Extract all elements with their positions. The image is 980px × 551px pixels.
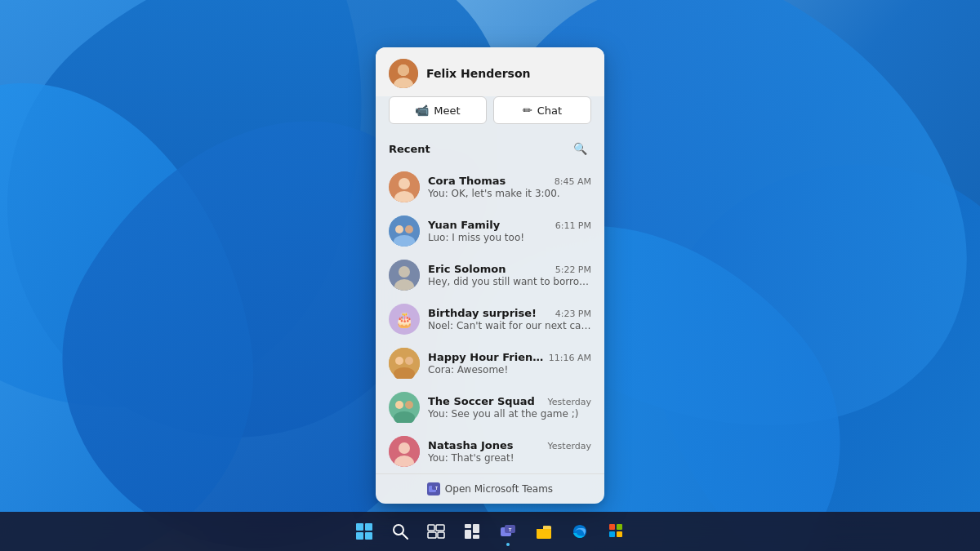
teams-chat-icon: T [499, 522, 517, 540]
svg-point-20 [405, 401, 413, 409]
taskbar-store-button[interactable] [599, 515, 632, 548]
avatar-happy [389, 348, 420, 379]
windows-logo-icon [355, 522, 373, 540]
chat-name-natasha: Natasha Jones [428, 439, 514, 451]
avatar-soccer [389, 392, 420, 423]
chat-preview-happy: Cora: Awesome! [428, 364, 591, 375]
svg-point-12 [399, 266, 410, 278]
svg-rect-36 [428, 532, 436, 538]
chat-content-cora: Cora Thomas 8:45 AM You: OK, let's make … [428, 175, 591, 199]
chat-time-happy: 11:16 AM [549, 353, 591, 363]
chat-content-natasha: Natasha Jones Yesterday You: That's grea… [428, 439, 591, 464]
user-avatar [389, 59, 418, 88]
search-icon: 🔍 [573, 142, 587, 155]
chat-time-natasha: Yesterday [548, 441, 591, 451]
chat-preview-yuan: Luo: I miss you too! [428, 232, 591, 243]
taskbar-search-button[interactable] [384, 515, 416, 548]
svg-rect-39 [465, 530, 471, 539]
svg-text:T: T [435, 486, 438, 491]
svg-point-15 [395, 357, 403, 365]
recent-header: Recent 🔍 [376, 134, 604, 165]
taskbar-widgets-button[interactable] [456, 515, 488, 548]
chat-item-eric[interactable]: Eric Solomon 5:22 PM Hey, did you still … [376, 253, 604, 297]
chat-label: Chat [537, 104, 562, 117]
chat-content-soccer: The Soccer Squad Yesterday You: See you … [428, 395, 591, 420]
teams-chat-panel: Felix Henderson 📹 Meet ✏️ Chat Recent 🔍 [376, 47, 604, 504]
chat-content-birthday: Birthday surprise! 4:23 PM Noel: Can't w… [428, 307, 591, 331]
svg-text:T: T [509, 527, 512, 532]
action-buttons: 📹 Meet ✏️ Chat [376, 96, 604, 134]
recent-label: Recent [389, 143, 430, 155]
chat-name-birthday: Birthday surprise! [428, 307, 537, 319]
avatar-eric [389, 260, 420, 291]
svg-rect-28 [356, 523, 363, 531]
open-teams-label: Open Microsoft Teams [445, 483, 553, 495]
avatar-cora [389, 171, 420, 202]
svg-point-8 [395, 225, 403, 233]
svg-point-16 [405, 357, 413, 365]
chat-name-cora: Cora Thomas [428, 175, 506, 187]
chat-time-cora: 8:45 AM [555, 176, 591, 187]
chat-item-soccer[interactable]: The Soccer Squad Yesterday You: See you … [376, 385, 604, 429]
chat-item-yuan[interactable]: Yuan Family 6:11 PM Luo: I miss you too! [376, 209, 604, 253]
chat-name-eric: Eric Solomon [428, 263, 506, 275]
search-recent-button[interactable]: 🔍 [568, 137, 591, 160]
active-indicator [506, 543, 510, 546]
search-icon [391, 522, 409, 540]
chat-icon: ✏️ [523, 104, 532, 117]
chat-time-birthday: 4:23 PM [555, 309, 591, 319]
svg-rect-46 [617, 524, 622, 530]
avatar-yuan [389, 216, 420, 247]
chat-content-eric: Eric Solomon 5:22 PM Hey, did you still … [428, 263, 591, 287]
meet-button[interactable]: 📹 Meet [389, 96, 487, 124]
svg-rect-41 [473, 535, 479, 539]
chat-name-soccer: The Soccer Squad [428, 395, 535, 407]
svg-rect-40 [473, 524, 479, 533]
chat-preview-natasha: You: That's great! [428, 452, 591, 464]
chat-time-yuan: 6:11 PM [555, 220, 591, 231]
svg-rect-31 [365, 532, 372, 540]
taskbar-teams-button[interactable]: T [492, 515, 524, 548]
chat-content-happy: Happy Hour Friends 11:16 AM Cora: Awesom… [428, 351, 591, 375]
svg-rect-35 [436, 525, 444, 531]
chat-name-happy: Happy Hour Friends [428, 351, 544, 363]
panel-header: Felix Henderson [376, 47, 604, 96]
svg-rect-48 [617, 531, 622, 537]
taskbar-explorer-button[interactable] [528, 515, 560, 548]
svg-point-23 [399, 442, 410, 454]
user-name: Felix Henderson [426, 67, 531, 80]
chat-item-birthday[interactable]: 🎂 Birthday surprise! 4:23 PM Noel: Can't… [376, 297, 604, 341]
widgets-icon [463, 522, 481, 540]
chat-item-cora[interactable]: Cora Thomas 8:45 AM You: OK, let's make … [376, 165, 604, 209]
taskbar-icons: T [348, 515, 632, 548]
chat-preview-cora: You: OK, let's make it 3:00. [428, 188, 591, 199]
chat-list: Cora Thomas 8:45 AM You: OK, let's make … [376, 165, 604, 473]
chat-preview-eric: Hey, did you still want to borrow the no… [428, 276, 591, 287]
svg-rect-38 [465, 524, 471, 528]
camera-icon: 📹 [415, 104, 429, 117]
svg-point-3 [398, 64, 409, 76]
chat-item-happy[interactable]: Happy Hour Friends 11:16 AM Cora: Awesom… [376, 341, 604, 385]
meet-label: Meet [434, 104, 460, 117]
chat-button[interactable]: ✏️ Chat [493, 96, 591, 124]
taskbar-taskview-button[interactable] [420, 515, 452, 548]
chat-name-yuan: Yuan Family [428, 219, 500, 231]
taskbar-start-button[interactable] [348, 515, 381, 548]
avatar-natasha [389, 436, 420, 467]
svg-rect-47 [609, 531, 615, 537]
taskbar-edge-button[interactable] [564, 515, 596, 548]
avatar-image [389, 59, 418, 88]
edge-icon [571, 522, 589, 540]
teams-icon: T [427, 482, 440, 495]
svg-point-9 [405, 225, 413, 233]
svg-rect-29 [365, 523, 372, 531]
file-explorer-icon [535, 522, 553, 540]
open-teams-button[interactable]: T Open Microsoft Teams [376, 473, 604, 504]
avatar-birthday: 🎂 [389, 304, 420, 335]
chat-item-natasha[interactable]: Natasha Jones Yesterday You: That's grea… [376, 429, 604, 473]
svg-rect-45 [609, 524, 615, 530]
chat-preview-birthday: Noel: Can't wait for our next catch up! [428, 320, 591, 331]
taskbar: T [0, 512, 980, 551]
svg-rect-34 [428, 525, 434, 531]
svg-rect-30 [356, 532, 363, 540]
